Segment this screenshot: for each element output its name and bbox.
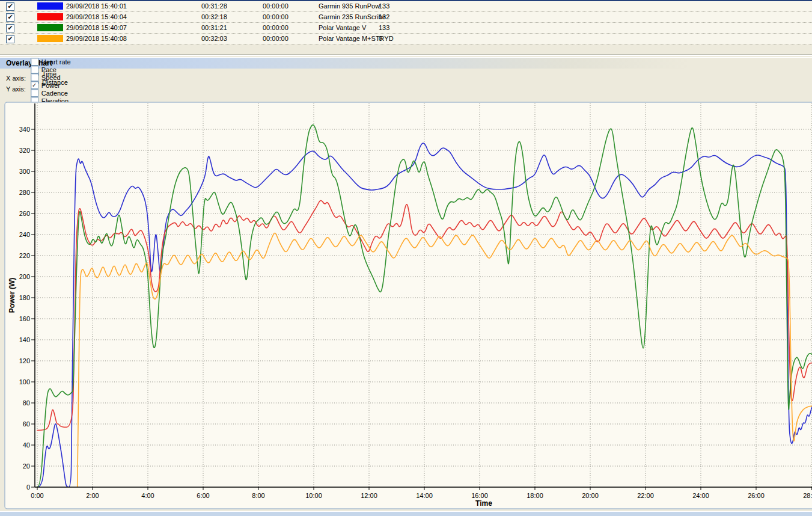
option-label[interactable]: Heart rate [41,58,71,66]
sessions-table: ✔29/09/2018 15:40:0100:31:2800:00:00Garm… [0,1,812,45]
y-tick-label: 120 [19,357,30,364]
checkbox-check-icon[interactable]: ✔ [6,2,14,11]
x-tick-label: 20:00 [582,492,599,499]
y-tick-label: 20 [23,462,30,470]
y-tick-label: 80 [23,399,30,407]
session-start-time: 29/09/2018 15:40:01 [66,1,201,11]
y-tick-label: 340 [19,126,30,133]
y-axis-title: Power (W) [8,278,16,313]
table-row[interactable]: ✔29/09/2018 15:40:0800:32:0300:00:00Pola… [0,34,812,45]
x-tick-label: 16:00 [471,492,488,499]
session-checkbox[interactable]: ✔ [6,12,30,22]
y-tick-label: 200 [19,273,30,280]
series-color-swatch-fill [37,13,63,20]
x-tick-label: 14:00 [416,492,433,499]
session-duration: 00:31:28 [201,1,261,11]
option-label[interactable]: Power [41,82,60,89]
session-offset: 00:00:00 [263,1,318,11]
checkbox-icon[interactable]: ✓ [31,81,38,89]
checkbox-icon[interactable] [31,58,38,66]
x-tick-label: 18:00 [527,492,543,499]
series-color-swatch [37,34,65,44]
checkbox-icon[interactable] [31,66,38,73]
series-color-swatch [37,23,65,33]
session-value: 133 [379,1,415,11]
session-duration: 00:31:21 [201,23,261,33]
session-offset: 00:00:00 [263,34,318,44]
y-axis-controls: Y axis: Heart ratePaceSpeed✓PowerCadence… [6,84,77,94]
x-tick-label: 24:00 [692,492,709,499]
x-axis-title: Time [475,499,492,508]
x-tick-label: 12:00 [361,492,377,499]
session-device-name: Polar Vantage M+STRYD [319,34,377,44]
x-tick-label: 28:00 [803,492,812,499]
session-start-time: 29/09/2018 15:40:07 [66,23,201,33]
session-duration: 00:32:18 [201,12,261,22]
y-tick-label: 60 [23,420,30,428]
window-bottom-strip [0,511,812,516]
session-offset: 00:00:00 [263,23,318,33]
table-row[interactable]: ✔29/09/2018 15:40:0400:32:1800:00:00Garm… [0,12,812,23]
checkbox-check-icon[interactable]: ✔ [6,13,14,22]
overlay-chart-header: Overlay chart [0,57,812,69]
series-color-swatch-fill [37,24,63,31]
session-value: 132 [379,12,415,22]
y-tick-label: 220 [19,252,30,259]
session-start-time: 29/09/2018 15:40:08 [66,34,201,44]
option-label[interactable]: Speed [41,74,61,81]
overlay-chart-canvas[interactable]: 0204060801001201401601802002202402602803… [0,95,812,516]
app-window: ✔29/09/2018 15:40:0100:31:2800:00:00Garm… [0,0,812,516]
option-label[interactable]: Pace [41,66,56,73]
x-tick-label: 26:00 [748,492,765,499]
chart-panel-background [5,102,812,509]
x-tick-label: 22:00 [637,492,654,499]
x-tick-label: 0:00 [31,492,43,499]
series-color-swatch-fill [37,35,63,42]
y-axis-option-speed[interactable]: Speed [31,73,71,81]
session-duration: 00:32:03 [201,34,261,44]
session-checkbox[interactable]: ✔ [6,1,30,11]
y-tick-label: 280 [19,189,30,196]
y-tick-label: 40 [23,441,30,449]
y-tick-label: 140 [19,336,30,343]
session-device-name: Garmin 935 RunPow [319,1,377,11]
checkbox-check-icon[interactable]: ✔ [6,35,14,43]
y-tick-label: 180 [19,294,30,301]
y-tick-label: 240 [19,231,30,238]
overlay-chart-svg[interactable]: 0204060801001201401601802002202402602803… [0,95,812,516]
y-axis-option-power[interactable]: ✓Power [31,81,71,89]
y-tick-label: 300 [19,168,30,175]
checkbox-icon[interactable] [31,73,38,81]
y-tick-label: 100 [19,378,30,385]
y-axis-label: Y axis: [6,85,26,93]
session-start-time: 29/09/2018 15:40:04 [66,12,201,22]
x-axis-label: X axis: [6,75,26,82]
y-tick-label: 0 [26,484,30,491]
x-tick-label: 10:00 [305,492,322,499]
session-offset: 00:00:00 [263,12,318,22]
y-tick-label: 260 [19,210,30,217]
x-tick-label: 2:00 [86,492,99,499]
session-device-name: Polar Vantage V [319,23,377,33]
x-tick-label: 4:00 [141,492,154,499]
session-value: 133 [379,23,415,33]
session-checkbox[interactable]: ✔ [6,34,30,44]
y-axis-option-pace[interactable]: Pace [31,66,71,73]
series-color-swatch-fill [37,2,63,10]
series-color-swatch [37,1,65,11]
y-tick-label: 160 [19,315,30,322]
y-axis-option-heart-rate[interactable]: Heart rate [31,58,71,66]
x-tick-label: 6:00 [197,492,209,499]
table-bottom-edge [0,54,812,56]
session-value: 0 [379,34,415,44]
table-row[interactable]: ✔29/09/2018 15:40:0100:31:2800:00:00Garm… [0,1,812,12]
session-checkbox[interactable]: ✔ [6,23,30,33]
series-color-swatch [37,12,65,22]
x-tick-label: 8:00 [252,492,264,499]
table-row[interactable]: ✔29/09/2018 15:40:0700:31:2100:00:00Pola… [0,23,812,34]
y-tick-label: 320 [19,147,30,154]
checkbox-check-icon[interactable]: ✔ [6,24,14,32]
session-device-name: Garmin 235 RunScribe [319,12,377,22]
